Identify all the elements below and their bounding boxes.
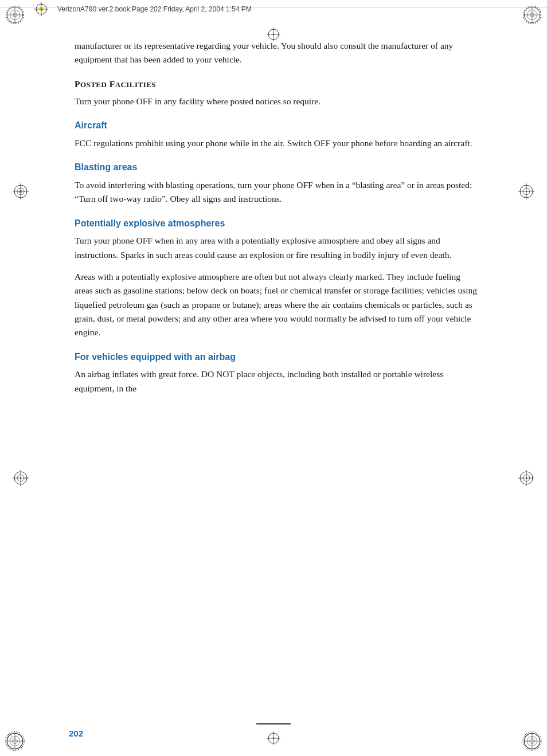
left-mark-lower [13, 470, 29, 490]
aircraft-text: FCC regulations prohibit using your phon… [75, 136, 478, 150]
svg-point-45 [273, 738, 274, 739]
aircraft-heading: Aircraft [75, 119, 478, 133]
main-content: manufacturer or its representative regar… [0, 7, 547, 449]
corner-mark-br [522, 731, 542, 751]
bottom-rule [256, 723, 291, 724]
svg-point-31 [20, 477, 21, 479]
blasting-areas-text: To avoid interfering with blasting opera… [75, 178, 478, 206]
potentially-explosive-heading: Potentially explosive atmospheres [75, 217, 478, 231]
potentially-explosive-text2: Areas with a potentially explosive atmos… [75, 270, 478, 340]
vehicles-airbag-heading: For vehicles equipped with an airbag [75, 350, 478, 365]
svg-point-41 [526, 477, 527, 479]
vehicles-airbag-text: An airbag inflates with great force. DO … [75, 367, 478, 395]
page-number: 202 [69, 727, 83, 740]
posted-facilities-heading: POSTED FACILITIES [75, 77, 478, 91]
blasting-areas-heading: Blasting areas [75, 160, 478, 175]
bottom-center-crosshair [267, 731, 280, 749]
header-bar: VerizonA790 ver.2.book Page 202 Friday, … [0, 0, 547, 7]
page-container: VerizonA790 ver.2.book Page 202 Friday, … [0, 0, 547, 756]
right-mark-lower [518, 470, 534, 490]
potentially-explosive-text1: Turn your phone OFF when in any area wit… [75, 234, 478, 262]
corner-mark-bl [5, 731, 25, 751]
posted-facilities-text: Turn your phone OFF in any facility wher… [75, 95, 478, 108]
posted-facilities-label: POSTED FACILITIES [75, 79, 156, 89]
intro-paragraph: manufacturer or its representative regar… [75, 39, 478, 67]
